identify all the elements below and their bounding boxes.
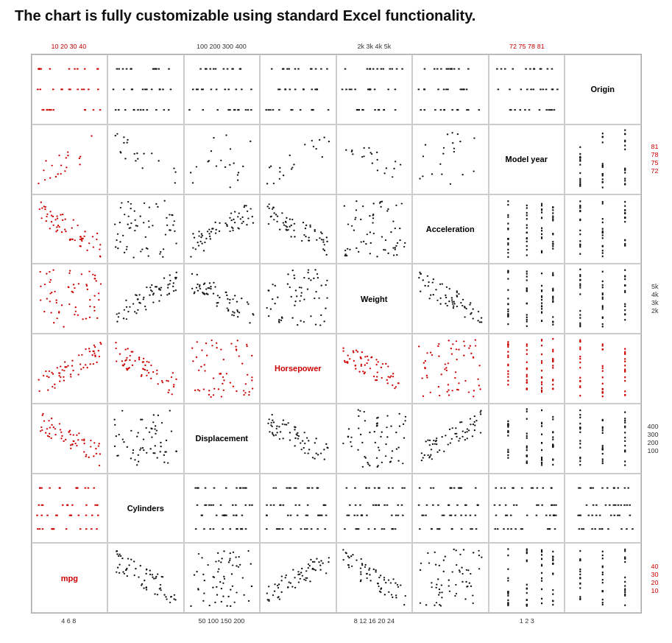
svg-point-1674 bbox=[69, 444, 71, 446]
svg-rect-1584 bbox=[552, 358, 553, 359]
svg-rect-748 bbox=[541, 233, 542, 234]
svg-point-1705 bbox=[116, 435, 117, 437]
svg-rect-1971 bbox=[541, 433, 542, 435]
svg-point-1375 bbox=[220, 396, 222, 397]
svg-point-1484 bbox=[464, 345, 465, 346]
svg-rect-413 bbox=[624, 141, 626, 142]
svg-point-1275 bbox=[63, 376, 64, 378]
svg-point-421 bbox=[46, 215, 47, 217]
svg-point-1678 bbox=[76, 445, 77, 446]
svg-rect-1212 bbox=[624, 278, 626, 280]
svg-rect-2368 bbox=[583, 528, 585, 530]
svg-rect-2094 bbox=[204, 487, 206, 488]
svg-rect-1976 bbox=[541, 449, 542, 451]
svg-rect-772 bbox=[552, 218, 553, 219]
svg-point-1404 bbox=[219, 373, 220, 374]
svg-point-2501 bbox=[277, 596, 279, 597]
svg-point-1922 bbox=[428, 457, 430, 458]
svg-rect-741 bbox=[526, 204, 527, 205]
svg-rect-2065 bbox=[91, 514, 93, 516]
svg-rect-2191 bbox=[378, 487, 380, 488]
svg-point-1815 bbox=[398, 412, 400, 414]
svg-point-2497 bbox=[288, 582, 289, 583]
svg-rect-802 bbox=[602, 228, 604, 229]
svg-point-555 bbox=[197, 245, 199, 246]
svg-rect-2017 bbox=[602, 445, 604, 446]
svg-point-646 bbox=[273, 212, 275, 214]
svg-rect-405 bbox=[624, 172, 626, 173]
svg-point-2482 bbox=[247, 600, 249, 602]
svg-rect-69 bbox=[140, 109, 142, 110]
svg-point-260 bbox=[51, 164, 52, 166]
svg-point-2590 bbox=[383, 579, 384, 580]
svg-point-1324 bbox=[116, 361, 117, 362]
svg-point-535 bbox=[129, 227, 130, 228]
svg-rect-2168 bbox=[297, 514, 299, 516]
svg-rect-201 bbox=[424, 88, 426, 90]
svg-rect-2691 bbox=[526, 600, 527, 601]
svg-point-1082 bbox=[481, 322, 482, 323]
svg-point-672 bbox=[362, 240, 364, 242]
scatter-svg-r5-c7 bbox=[489, 334, 565, 403]
svg-point-852 bbox=[40, 286, 41, 287]
svg-point-1411 bbox=[355, 350, 356, 351]
svg-point-2376 bbox=[118, 555, 119, 557]
svg-point-2596 bbox=[364, 566, 365, 568]
svg-point-953 bbox=[216, 306, 217, 307]
svg-rect-742 bbox=[526, 237, 527, 239]
svg-point-1750 bbox=[161, 422, 163, 424]
svg-rect-11 bbox=[68, 68, 70, 70]
svg-point-333 bbox=[392, 176, 393, 178]
svg-point-886 bbox=[160, 295, 162, 296]
svg-point-476 bbox=[79, 236, 81, 237]
svg-point-696 bbox=[387, 208, 389, 209]
svg-point-1693 bbox=[138, 454, 139, 455]
svg-rect-225 bbox=[540, 68, 542, 70]
svg-point-2575 bbox=[342, 559, 344, 561]
svg-point-1690 bbox=[90, 446, 91, 447]
svg-point-1889 bbox=[470, 418, 471, 419]
svg-rect-46 bbox=[122, 68, 124, 70]
cell-r6-c7 bbox=[489, 404, 565, 474]
svg-point-930 bbox=[175, 272, 177, 273]
svg-rect-2174 bbox=[324, 528, 326, 530]
svg-point-2618 bbox=[461, 573, 463, 575]
svg-point-1767 bbox=[267, 422, 269, 424]
svg-point-589 bbox=[239, 218, 241, 219]
svg-rect-84 bbox=[191, 88, 194, 90]
svg-point-1234 bbox=[93, 345, 94, 346]
svg-rect-1187 bbox=[579, 326, 581, 327]
svg-point-1106 bbox=[449, 288, 450, 289]
svg-point-693 bbox=[365, 243, 367, 245]
svg-rect-1979 bbox=[552, 431, 553, 432]
svg-rect-251 bbox=[548, 109, 550, 110]
svg-rect-164 bbox=[345, 88, 347, 90]
svg-point-1433 bbox=[353, 351, 354, 353]
svg-point-2572 bbox=[348, 557, 350, 558]
svg-rect-1151 bbox=[526, 326, 527, 327]
svg-point-1420 bbox=[364, 365, 365, 366]
cell-r1-c5 bbox=[336, 55, 413, 124]
cell-label-horsepower: Horsepower bbox=[261, 334, 336, 403]
svg-rect-2194 bbox=[349, 504, 351, 505]
svg-rect-756 bbox=[541, 208, 542, 210]
svg-point-323 bbox=[291, 166, 293, 168]
svg-point-630 bbox=[316, 239, 317, 240]
svg-rect-1194 bbox=[579, 287, 581, 289]
scatter-svg-r6-c1 bbox=[32, 404, 107, 473]
svg-rect-1609 bbox=[602, 376, 604, 378]
svg-point-1442 bbox=[347, 355, 348, 356]
svg-point-267 bbox=[49, 177, 51, 178]
svg-point-1241 bbox=[77, 354, 79, 356]
cell-r8-c6 bbox=[412, 543, 489, 613]
svg-rect-189 bbox=[458, 68, 460, 70]
svg-point-1020 bbox=[272, 284, 273, 285]
svg-rect-239 bbox=[532, 88, 534, 90]
svg-point-1919 bbox=[480, 410, 481, 411]
svg-rect-21 bbox=[88, 88, 90, 90]
svg-rect-173 bbox=[394, 109, 396, 110]
svg-rect-212 bbox=[466, 109, 468, 110]
svg-rect-9 bbox=[49, 68, 51, 70]
svg-rect-794 bbox=[602, 231, 604, 233]
bottom-axis-col4 bbox=[260, 614, 336, 628]
